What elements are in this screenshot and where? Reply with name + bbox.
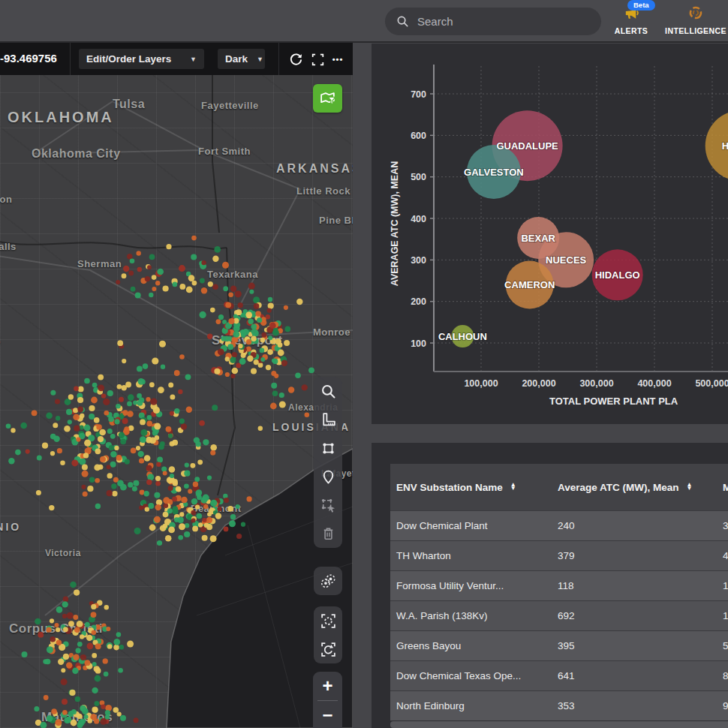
cell-average-atc: 353 bbox=[552, 700, 717, 711]
magnifier-icon bbox=[320, 383, 337, 400]
cell-average-atc: 641 bbox=[552, 670, 717, 681]
select-shape-icon bbox=[320, 497, 337, 514]
svg-text:500,000: 500,000 bbox=[695, 378, 728, 389]
map-reset-rotation-button[interactable] bbox=[314, 635, 342, 663]
map-draw-toolbar bbox=[314, 377, 342, 548]
cell-substation-name: North Edinburg bbox=[390, 700, 552, 711]
svg-text:HARRIS: HARRIS bbox=[722, 140, 728, 152]
basemap-style-button[interactable]: Dark ▼ bbox=[218, 49, 265, 69]
ruler-icon bbox=[320, 411, 337, 429]
map-filter-icon bbox=[319, 90, 336, 107]
substation-table-panel: ENV Substation Name ▲▼ Average ATC (MW),… bbox=[372, 443, 728, 728]
intelligence-nav-item[interactable]: INTELLIGENCE bbox=[663, 5, 728, 35]
cell-m: 1, bbox=[717, 610, 728, 621]
app-window: OKLAHOMATulsaFayettevilleOklahoma CityFo… bbox=[0, 0, 728, 728]
map-view-toolbar bbox=[314, 606, 342, 663]
map-edit-shape-button[interactable] bbox=[314, 491, 342, 519]
trash-icon bbox=[320, 525, 337, 543]
svg-text:AVERAGE ATC (MW), MEAN: AVERAGE ATC (MW), MEAN bbox=[390, 161, 400, 286]
table-row[interactable]: Greens Bayou 395 50 bbox=[390, 630, 728, 660]
pin-icon bbox=[320, 468, 337, 486]
cursor-coordinate: :-93.469756 bbox=[0, 52, 57, 65]
zoom-out-button[interactable]: − bbox=[313, 701, 342, 728]
atc-bubble-chart[interactable]: 100200300400500600700100,000200,000300,0… bbox=[372, 44, 728, 424]
cell-m: 15 bbox=[717, 580, 728, 591]
svg-text:400,000: 400,000 bbox=[637, 378, 671, 389]
svg-text:400: 400 bbox=[411, 214, 426, 224]
svg-text:BEXAR: BEXAR bbox=[521, 233, 555, 244]
map-lasso-toolbar bbox=[314, 567, 342, 595]
svg-text:200: 200 bbox=[411, 296, 426, 307]
chevron-down-icon: ▼ bbox=[257, 56, 263, 63]
table-row[interactable]: Formosa Utility Ventur... 118 15 bbox=[390, 570, 728, 600]
svg-text:100: 100 bbox=[411, 338, 426, 349]
search-icon bbox=[396, 15, 409, 28]
table-row[interactable]: Dow Chemical Plant 240 30 bbox=[390, 510, 728, 540]
svg-text:TOTAL POWER PLANT PLA: TOTAL POWER PLANT PLA bbox=[549, 396, 678, 407]
svg-text:GUADALUPE: GUADALUPE bbox=[496, 140, 558, 152]
cell-average-atc: 379 bbox=[552, 550, 717, 561]
horizontal-scrollbar[interactable] bbox=[390, 721, 728, 728]
svg-text:300: 300 bbox=[411, 255, 426, 266]
cell-substation-name: TH Wharton bbox=[390, 550, 552, 561]
rotate-icon bbox=[320, 641, 337, 658]
cell-substation-name: Greens Bayou bbox=[390, 640, 552, 651]
svg-text:100,000: 100,000 bbox=[464, 378, 498, 389]
svg-text:200,000: 200,000 bbox=[522, 378, 555, 389]
cell-average-atc: 692 bbox=[552, 610, 717, 621]
column-header-m[interactable]: M bbox=[717, 482, 728, 493]
map-toolbar: :-93.469756 Edit/Order Layers ▼ Dark ▼ bbox=[0, 43, 353, 75]
cell-m: 50 bbox=[717, 640, 728, 651]
zoom-in-button[interactable]: + bbox=[313, 672, 342, 700]
map-delete-shape-button[interactable] bbox=[314, 519, 342, 548]
sort-icon[interactable]: ▲▼ bbox=[687, 483, 693, 491]
lasso-cluster-icon bbox=[319, 572, 337, 590]
table-row[interactable]: W.A. Parish (138Kv) 692 1, bbox=[390, 600, 728, 630]
fullscreen-button[interactable] bbox=[308, 50, 326, 68]
cell-substation-name: Dow Chemical Texas Ope... bbox=[390, 670, 552, 681]
bubble-chart-panel: 100200300400500600700100,000200,000300,0… bbox=[372, 44, 728, 424]
map-canvas[interactable]: OKLAHOMATulsaFayettevilleOklahoma CityFo… bbox=[0, 75, 353, 728]
svg-text:700: 700 bbox=[411, 89, 426, 100]
top-header: Search Beta ALERTS INTELLIGENCE bbox=[0, 0, 728, 43]
column-header-average-atc[interactable]: Average ATC (MW), Mean ▲▼ bbox=[552, 482, 717, 493]
column-header-substation-name[interactable]: ENV Substation Name ▲▼ bbox=[390, 482, 552, 493]
map-draw-polygon-button[interactable] bbox=[314, 434, 342, 462]
refresh-icon bbox=[289, 53, 303, 67]
table-row[interactable]: TH Wharton 379 48 bbox=[390, 540, 728, 570]
svg-text:500: 500 bbox=[411, 172, 426, 182]
cell-m: 93 bbox=[717, 700, 728, 711]
sort-icon[interactable]: ▲▼ bbox=[510, 483, 516, 491]
map-layers-filter-button[interactable] bbox=[313, 84, 342, 113]
substation-dots bbox=[0, 75, 353, 728]
svg-text:300,000: 300,000 bbox=[579, 378, 613, 389]
cell-substation-name: W.A. Parish (138Kv) bbox=[390, 610, 552, 621]
polygon-icon bbox=[320, 440, 337, 457]
svg-text:CALHOUN: CALHOUN bbox=[438, 331, 487, 342]
more-options-button[interactable]: ••• bbox=[329, 50, 347, 68]
substation-table: ENV Substation Name ▲▼ Average ATC (MW),… bbox=[390, 464, 728, 720]
table-row[interactable]: Dow Chemical Texas Ope... 641 88 bbox=[390, 660, 728, 690]
map-lasso-select-button[interactable] bbox=[314, 567, 342, 595]
svg-text:HIDALGO: HIDALGO bbox=[595, 269, 640, 281]
refresh-button[interactable] bbox=[287, 50, 305, 68]
map-recenter-button[interactable] bbox=[314, 606, 342, 635]
map-drop-pin-button[interactable] bbox=[314, 462, 342, 491]
fullscreen-icon bbox=[311, 53, 324, 66]
cell-m: 88 bbox=[717, 670, 728, 681]
cell-average-atc: 395 bbox=[552, 640, 717, 651]
cell-substation-name: Formosa Utility Ventur... bbox=[390, 580, 552, 591]
cell-m: 48 bbox=[717, 550, 728, 561]
cell-average-atc: 240 bbox=[552, 520, 717, 531]
table-body: Dow Chemical Plant 240 30TH Wharton 379 … bbox=[390, 510, 728, 720]
svg-text:CAMERON: CAMERON bbox=[504, 279, 555, 290]
focus-icon bbox=[320, 612, 337, 630]
table-row[interactable]: North Edinburg 353 93 bbox=[390, 690, 728, 720]
svg-text:600: 600 bbox=[411, 131, 426, 141]
chevron-down-icon: ▼ bbox=[190, 56, 197, 63]
search-input[interactable]: Search bbox=[385, 8, 601, 35]
map-measure-button[interactable] bbox=[314, 405, 342, 434]
edit-order-layers-button[interactable]: Edit/Order Layers ▼ bbox=[79, 49, 204, 69]
map-search-zoom-button[interactable] bbox=[314, 377, 342, 405]
svg-text:GALVESTON: GALVESTON bbox=[464, 167, 524, 178]
